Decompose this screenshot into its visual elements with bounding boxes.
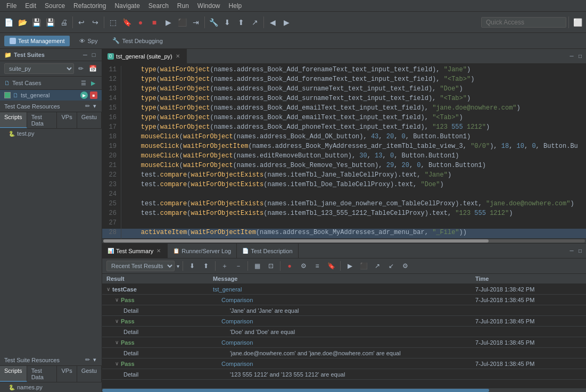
minimize-test-suites[interactable]: ─: [81, 51, 89, 59]
results-add-btn[interactable]: ＋: [219, 260, 230, 272]
run-btn[interactable]: ▶: [162, 16, 175, 29]
file-names-py[interactable]: 🐍 names.py: [0, 382, 102, 392]
tab-scripts-suite[interactable]: Scripts: [0, 366, 27, 382]
tab-vps-suite[interactable]: VPs: [57, 366, 77, 382]
step-btn[interactable]: ⇥: [189, 16, 202, 29]
step-out-btn[interactable]: ↗: [249, 16, 261, 29]
code-line-23: 23 test.compare(waitForObjectExists(name…: [102, 181, 586, 190]
suite-calendar-btn[interactable]: 📅: [88, 64, 97, 73]
results-expand-btn[interactable]: ≡: [311, 260, 323, 272]
results-export-btn[interactable]: ↗: [372, 260, 383, 272]
results-maximize[interactable]: □: [576, 247, 584, 255]
editor-maximize[interactable]: □: [576, 53, 584, 60]
test-item-play-btn[interactable]: ▶: [80, 91, 88, 99]
code-line-13: 13 type(waitForObject(names.address_Book…: [102, 85, 586, 95]
results-grid-btn[interactable]: ▦: [251, 260, 263, 272]
line-content: type(waitForObject(names.address_Book_Ad…: [121, 114, 586, 123]
test-case-resources-add[interactable]: ✏: [84, 103, 91, 110]
perspective-btn[interactable]: ⬜: [571, 16, 584, 29]
menu-run[interactable]: Run: [173, 1, 193, 11]
tab-test-debugging[interactable]: 🔧 Test Debugging: [107, 35, 168, 46]
menu-file[interactable]: File: [2, 1, 21, 11]
tab-test-management[interactable]: Test Management: [4, 36, 70, 46]
tab-gestu-case[interactable]: Gestu: [77, 112, 102, 128]
tools-btn[interactable]: 🔧: [207, 16, 220, 29]
runner-log-icon: 📋: [173, 248, 179, 254]
results-tab-test-summary[interactable]: 📊 Test Summary ✕: [102, 244, 168, 258]
tab-vps-case[interactable]: VPs: [57, 112, 77, 128]
test-item-stop-btn[interactable]: ■: [90, 91, 97, 99]
results-tab-close1[interactable]: ✕: [155, 248, 162, 254]
results-minimize[interactable]: ─: [568, 247, 575, 255]
tab-testdata-suite[interactable]: Test Data: [27, 366, 57, 382]
menu-help[interactable]: Help: [225, 1, 246, 11]
step-into-btn[interactable]: ⬇: [221, 16, 234, 29]
editor-tab-close[interactable]: ✕: [175, 53, 181, 60]
undo-btn[interactable]: ↩: [75, 16, 88, 29]
results-tab-runner-log[interactable]: 📋 Runner/Server Log: [168, 244, 237, 258]
results-import-btn[interactable]: ↙: [385, 260, 397, 272]
results-up-btn[interactable]: ⬆: [200, 260, 212, 272]
results-bookmark-btn[interactable]: 🔖: [325, 260, 337, 272]
results-red-btn[interactable]: ●: [284, 260, 295, 272]
results-play-btn[interactable]: ▶: [344, 260, 356, 272]
results-recent-dropdown[interactable]: Recent Test Results: [106, 261, 175, 271]
line-number: 23: [102, 181, 121, 190]
results-h-scrollbar[interactable]: [102, 388, 586, 392]
editor-tab-tst-general[interactable]: 🗋 tst_general (suite_py) ✕: [102, 49, 187, 63]
debug-btn[interactable]: ⬛: [176, 16, 188, 29]
new-btn[interactable]: 📄: [2, 16, 15, 29]
editor-minimize[interactable]: ─: [568, 53, 575, 60]
results-stop-btn[interactable]: ⬛: [358, 260, 369, 272]
line-content: mouseClick(waitForObject(names.address_B…: [121, 162, 586, 171]
results-tab-description[interactable]: 📄 Test Description: [237, 244, 298, 258]
test-summary-icon: 📊: [108, 248, 114, 254]
step-over-btn[interactable]: ⬆: [235, 16, 247, 29]
toolbar-sep2: [215, 261, 216, 271]
test-item-tst-general[interactable]: 🗋 tst_general ▶ ■: [0, 90, 102, 101]
sep4: [263, 16, 264, 28]
stop-btn[interactable]: ■: [148, 16, 161, 29]
menu-window[interactable]: Window: [193, 1, 225, 11]
menu-refactoring[interactable]: Refactoring: [69, 1, 110, 11]
test-suite-resources-more[interactable]: ▾: [92, 356, 97, 363]
bookmark-btn[interactable]: 🔖: [120, 16, 133, 29]
select-btn[interactable]: ⬚: [106, 16, 119, 29]
tab-scripts-case[interactable]: Scripts: [0, 112, 27, 128]
code-line-20: 20 mouseClick(waitForObject(names.editRe…: [102, 152, 586, 162]
quick-access-input[interactable]: [481, 17, 566, 28]
redo-btn[interactable]: ↪: [89, 16, 102, 29]
menu-search[interactable]: Search: [144, 1, 173, 11]
results-filter-btn[interactable]: ⊡: [265, 260, 277, 272]
suite-dropdown[interactable]: suite_py: [4, 63, 74, 74]
tab-testdata-case[interactable]: Test Data: [27, 112, 57, 128]
print-btn[interactable]: 🖨: [57, 16, 70, 29]
test-suite-resources-add[interactable]: ✏: [84, 356, 91, 363]
back-btn[interactable]: ◀: [266, 16, 279, 29]
save-btn[interactable]: 💾: [30, 16, 43, 29]
results-settings-btn[interactable]: ⚙: [298, 260, 309, 272]
menu-navigate[interactable]: Navigate: [110, 1, 144, 11]
test-cases-run-btn[interactable]: ▶: [89, 79, 97, 87]
file-test-py[interactable]: 🐍 test.py: [0, 129, 102, 138]
results-remove-btn[interactable]: －: [233, 260, 244, 272]
menu-source[interactable]: Source: [40, 1, 69, 11]
results-down-btn[interactable]: ⬇: [186, 260, 198, 272]
scroll-track[interactable]: [103, 239, 585, 243]
menu-edit[interactable]: Edit: [21, 1, 40, 11]
code-h-scrollbar[interactable]: [102, 239, 586, 243]
tab-gestu-suite[interactable]: Gestu: [77, 366, 102, 382]
record-btn[interactable]: ●: [134, 16, 147, 29]
result-cell: Detail: [123, 307, 230, 314]
forward-btn[interactable]: ▶: [280, 16, 293, 29]
line-number: 14: [102, 95, 121, 104]
maximize-test-suites[interactable]: □: [90, 51, 97, 59]
suite-edit-btn[interactable]: ✏: [76, 64, 86, 73]
tab-spy[interactable]: 👁 Spy: [74, 36, 103, 46]
save-all-btn[interactable]: 💾: [44, 16, 56, 29]
results-config-btn[interactable]: ⚙: [399, 260, 411, 272]
test-case-resources-more[interactable]: ▾: [92, 103, 97, 110]
status-text: Pass: [121, 361, 135, 367]
open-btn[interactable]: 📂: [16, 16, 29, 29]
test-cases-menu-btn[interactable]: ☰: [79, 79, 88, 87]
